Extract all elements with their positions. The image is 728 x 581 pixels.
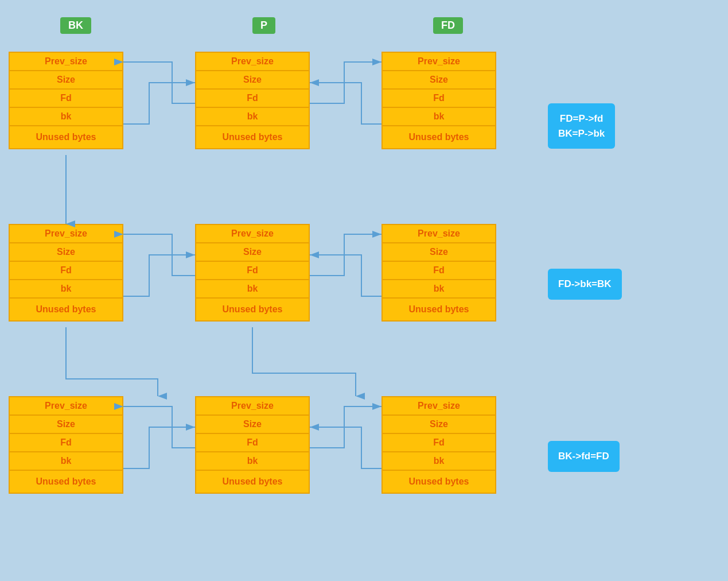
bk-field: bk — [10, 108, 122, 126]
fd-field: Fd — [10, 434, 122, 452]
chunk-block: Prev_size Size Fd bk Unused bytes — [195, 224, 310, 322]
size-field: Size — [10, 243, 122, 262]
bk-field: bk — [383, 108, 495, 126]
arrow3-fd-bk-to-p — [310, 427, 381, 468]
size-field: Size — [10, 416, 122, 434]
label-fd: FD — [433, 17, 463, 34]
info-text: BK->fd=FD — [558, 451, 609, 462]
fd-field: Fd — [196, 90, 309, 108]
arrow-p-fd-to-fd — [310, 62, 381, 103]
prev-size-field: Prev_size — [10, 397, 122, 416]
row1-bk-chunk: Prev_size Size Fd bk Unused bytes — [9, 52, 123, 149]
size-field: Size — [196, 416, 309, 434]
bk-field: bk — [10, 452, 122, 471]
prev-size-field: Prev_size — [196, 225, 309, 243]
arrow2-fd-bk-to-p — [310, 255, 381, 296]
unused-field: Unused bytes — [10, 126, 122, 148]
arrow3-bk-fd-to-p — [123, 427, 195, 468]
row2-bk-chunk: Prev_size Size Fd bk Unused bytes — [9, 224, 123, 322]
fd-field: Fd — [10, 90, 122, 108]
size-field: Size — [383, 416, 495, 434]
size-field: Size — [383, 243, 495, 262]
arrow-fd-bk-to-p — [310, 83, 381, 124]
arrow2-bk-fd-to-p — [123, 255, 195, 296]
unused-field: Unused bytes — [196, 299, 309, 320]
arrow2-p-bk-to-bk — [123, 234, 195, 276]
label-p: P — [252, 17, 275, 34]
bk-field: bk — [383, 452, 495, 471]
row3-p-chunk: Prev_size Size Fd bk Unused bytes — [195, 396, 310, 494]
row2-p-chunk: Prev_size Size Fd bk Unused bytes — [195, 224, 310, 322]
fd-field: Fd — [196, 434, 309, 452]
row2-fd-chunk: Prev_size Size Fd bk Unused bytes — [381, 224, 496, 322]
row3-fd-chunk: Prev_size Size Fd bk Unused bytes — [381, 396, 496, 494]
size-field: Size — [196, 243, 309, 262]
arrow-bk-fd-to-p — [123, 83, 195, 124]
chunk-block: Prev_size Size Fd bk Unused bytes — [381, 224, 496, 322]
chunk-block: Prev_size Size Fd bk Unused bytes — [9, 224, 123, 322]
row1-fd-chunk: Prev_size Size Fd bk Unused bytes — [381, 52, 496, 149]
bk-field: bk — [383, 280, 495, 299]
size-field: Size — [383, 71, 495, 90]
chunk-block: Prev_size Size Fd bk Unused bytes — [381, 52, 496, 149]
chunk-block: Prev_size Size Fd bk Unused bytes — [195, 52, 310, 149]
prev-size-field: Prev_size — [10, 225, 122, 243]
bk-field: bk — [10, 280, 122, 299]
fd-field: Fd — [383, 90, 495, 108]
chunk-block: Prev_size Size Fd bk Unused bytes — [9, 396, 123, 494]
bk-field: bk — [196, 108, 309, 126]
prev-size-field: Prev_size — [196, 53, 309, 71]
arrow-row2-p-to-row3 — [252, 327, 356, 396]
info-text: FD->bk=BK — [558, 278, 612, 289]
prev-size-field: Prev_size — [10, 53, 122, 71]
arrow-row2-to-row3 — [66, 327, 158, 396]
row1-info: FD=P->fdBK=P->bk — [548, 103, 615, 149]
bk-field: bk — [196, 280, 309, 299]
fd-field: Fd — [383, 434, 495, 452]
info-text: FD=P->fdBK=P->bk — [558, 113, 605, 139]
unused-field: Unused bytes — [196, 471, 309, 493]
row1-p-chunk: Prev_size Size Fd bk Unused bytes — [195, 52, 310, 149]
row2-info: FD->bk=BK — [548, 269, 622, 300]
unused-field: Unused bytes — [10, 299, 122, 320]
fd-field: Fd — [10, 262, 122, 280]
row3-bk-chunk: Prev_size Size Fd bk Unused bytes — [9, 396, 123, 494]
fd-field: Fd — [383, 262, 495, 280]
unused-field: Unused bytes — [383, 126, 495, 148]
label-bk: BK — [60, 17, 91, 34]
size-field: Size — [196, 71, 309, 90]
arrow-p-bk-to-bk — [123, 62, 195, 103]
unused-field: Unused bytes — [10, 471, 122, 493]
prev-size-field: Prev_size — [383, 53, 495, 71]
prev-size-field: Prev_size — [383, 225, 495, 243]
unused-field: Unused bytes — [383, 299, 495, 320]
unused-field: Unused bytes — [383, 471, 495, 493]
unused-field: Unused bytes — [196, 126, 309, 148]
arrow2-p-fd-to-fd — [310, 234, 381, 276]
size-field: Size — [10, 71, 122, 90]
chunk-block: Prev_size Size Fd bk Unused bytes — [9, 52, 123, 149]
bk-field: bk — [196, 452, 309, 471]
arrow3-p-fd-to-fd — [310, 406, 381, 448]
chunk-block: Prev_size Size Fd bk Unused bytes — [381, 396, 496, 494]
prev-size-field: Prev_size — [196, 397, 309, 416]
chunk-block: Prev_size Size Fd bk Unused bytes — [195, 396, 310, 494]
row3-info: BK->fd=FD — [548, 441, 620, 472]
arrow3-p-bk-to-bk — [123, 406, 195, 448]
prev-size-field: Prev_size — [383, 397, 495, 416]
fd-field: Fd — [196, 262, 309, 280]
